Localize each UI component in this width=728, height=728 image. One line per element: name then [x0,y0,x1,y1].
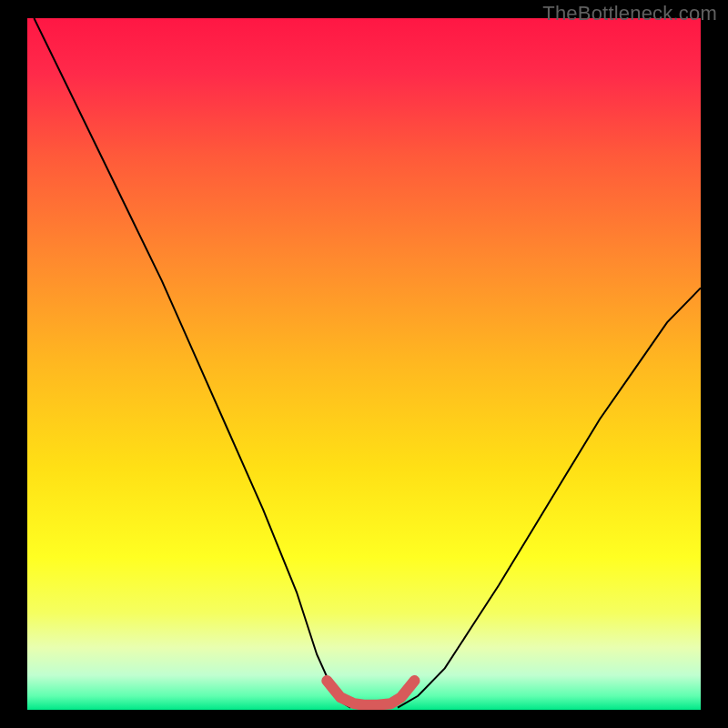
watermark-text: TheBottleneck.com [542,2,717,25]
chart-plot [27,18,701,710]
chart-background [27,18,701,710]
chart-container: TheBottleneck.com [0,0,728,728]
